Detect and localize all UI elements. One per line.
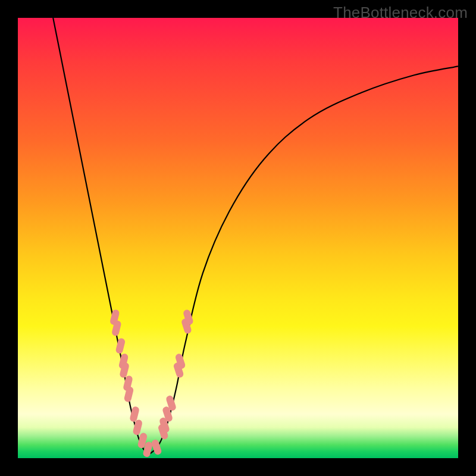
curve-left-branch	[53, 18, 150, 454]
data-markers-group	[109, 309, 194, 458]
curve-right-branch	[150, 66, 458, 453]
watermark-label: TheBottleneck.com	[333, 4, 468, 22]
chart-svg	[18, 18, 458, 458]
chart-frame: TheBottleneck.com	[0, 0, 476, 476]
data-marker	[115, 337, 126, 354]
